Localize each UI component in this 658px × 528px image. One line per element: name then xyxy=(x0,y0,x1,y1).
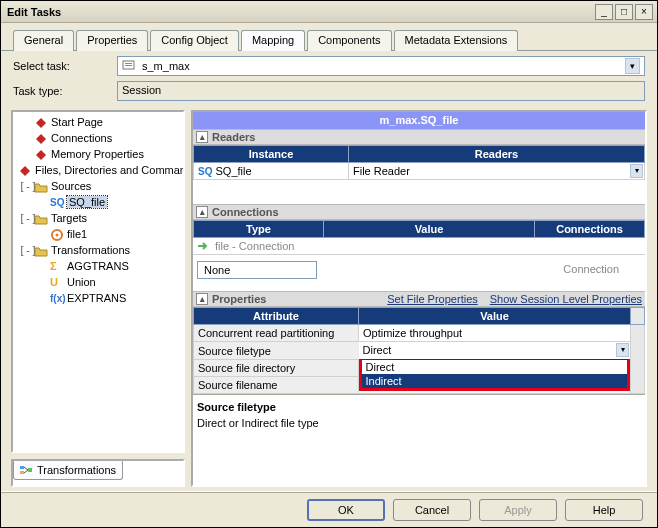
toggle-icon[interactable]: [-] xyxy=(19,245,31,256)
chevron-down-icon[interactable]: ▾ xyxy=(616,343,629,357)
union-icon: U xyxy=(50,276,64,288)
collapse-icon[interactable]: ▴ xyxy=(196,293,208,305)
tree-item[interactable]: Memory Properties xyxy=(13,146,183,162)
navigator-tree[interactable]: Start PageConnectionsMemory PropertiesFi… xyxy=(11,110,185,453)
arrow-icon xyxy=(197,240,211,252)
chevron-down-icon[interactable]: ▾ xyxy=(630,164,643,178)
tab-properties[interactable]: Properties xyxy=(76,30,148,51)
tree-item[interactable]: [-]Targets xyxy=(13,210,183,226)
tree-item-label: Union xyxy=(67,276,96,288)
select-task-combo[interactable]: s_m_max ▾ xyxy=(117,56,645,76)
maximize-button[interactable]: □ xyxy=(615,4,633,20)
svg-rect-5 xyxy=(20,466,24,469)
dropdown-option-direct[interactable]: Direct xyxy=(362,360,628,374)
diamond-icon xyxy=(34,132,48,144)
minimize-button[interactable]: _ xyxy=(595,4,613,20)
tree-item[interactable]: [-]Sources xyxy=(13,178,183,194)
tab-mapping[interactable]: Mapping xyxy=(241,30,305,51)
window-title: Edit Tasks xyxy=(5,6,595,18)
folder-icon xyxy=(34,180,48,192)
tree-item[interactable]: Files, Directories and Commands xyxy=(13,162,183,178)
detail-pane: m_max.SQ_file ▴ Readers Instance Readers… xyxy=(191,110,647,487)
description-text: Direct or Indirect file type xyxy=(197,417,641,429)
scrollbar[interactable] xyxy=(631,325,645,394)
svg-point-4 xyxy=(56,234,59,237)
cancel-button[interactable]: Cancel xyxy=(393,499,471,521)
readers-value-cell[interactable]: File Reader ▾ xyxy=(349,163,645,180)
tree-item-label: SQ_file xyxy=(67,196,107,208)
help-button[interactable]: Help xyxy=(565,499,643,521)
collapse-icon[interactable]: ▴ xyxy=(196,131,208,143)
tree-item-label: Connections xyxy=(51,132,112,144)
toggle-icon[interactable]: [-] xyxy=(19,181,31,192)
close-button[interactable]: × xyxy=(635,4,653,20)
section-properties: ▴ Properties Set File Properties Show Se… xyxy=(193,291,645,307)
section-connections: ▴ Connections xyxy=(193,204,645,220)
tree-item-label: Sources xyxy=(51,180,91,192)
tree-item[interactable]: [-]Transformations xyxy=(13,242,183,258)
set-file-properties-link[interactable]: Set File Properties xyxy=(387,293,477,305)
mini-tab-transformations[interactable]: Transformations xyxy=(13,461,123,480)
tree-item[interactable]: f(x)EXPTRANS xyxy=(13,290,183,306)
tree-item[interactable]: Connections xyxy=(13,130,183,146)
connection-row: file - Connection xyxy=(193,238,645,255)
transformations-icon xyxy=(20,464,34,476)
tab-config-object[interactable]: Config Object xyxy=(150,30,239,51)
dropdown-option-indirect[interactable]: Indirect xyxy=(362,374,628,388)
diamond-icon xyxy=(34,116,48,128)
diamond-icon xyxy=(34,148,48,160)
tree-item[interactable]: ΣAGGTRANS xyxy=(13,258,183,274)
tree-item[interactable]: file1 xyxy=(13,226,183,242)
prop-row[interactable]: Concurrent read partitioning Optimize th… xyxy=(194,325,645,342)
tree-item[interactable]: UUnion xyxy=(13,274,183,290)
tab-components[interactable]: Components xyxy=(307,30,391,51)
info-bar: Transformations xyxy=(11,459,185,487)
tab-metadata-extensions[interactable]: Metadata Extensions xyxy=(394,30,519,51)
diamond-icon xyxy=(18,164,32,176)
svg-rect-6 xyxy=(20,471,24,474)
tree-item-label: Start Page xyxy=(51,116,103,128)
tab-general[interactable]: General xyxy=(13,30,74,51)
svg-rect-2 xyxy=(125,65,132,66)
svg-rect-7 xyxy=(28,468,32,472)
tree-item-label: EXPTRANS xyxy=(67,292,126,304)
tree-item-label: Files, Directories and Commands xyxy=(35,164,185,176)
connection-placeholder: Connection xyxy=(557,261,625,279)
task-type-label: Task type: xyxy=(13,85,111,97)
fx-icon: f(x) xyxy=(50,292,64,304)
ok-button[interactable]: OK xyxy=(307,499,385,521)
description-panel: Source filetype Direct or Indirect file … xyxy=(193,394,645,438)
svg-rect-1 xyxy=(125,63,132,64)
connection-type-field[interactable]: None xyxy=(197,261,317,279)
tabstrip: General Properties Config Object Mapping… xyxy=(1,23,657,51)
readers-instance-cell[interactable]: SQ SQ_file xyxy=(194,163,349,180)
select-task-label: Select task: xyxy=(13,60,111,72)
button-bar: OK Cancel Apply Help xyxy=(1,491,657,527)
sq-icon: SQ xyxy=(50,196,64,208)
show-session-level-link[interactable]: Show Session Level Properties xyxy=(490,293,642,305)
chevron-down-icon[interactable]: ▾ xyxy=(625,58,640,74)
properties-grid: Attribute Value Concurrent read partitio… xyxy=(193,307,645,394)
sq-icon: SQ xyxy=(198,166,212,177)
toggle-icon[interactable]: [-] xyxy=(19,213,31,224)
collapse-icon[interactable]: ▴ xyxy=(196,206,208,218)
task-icon xyxy=(122,59,138,73)
connections-grid: Type Value Connections xyxy=(193,220,645,238)
prop-row-source-filetype[interactable]: Source filetype Direct ▾ Direct Indirect xyxy=(194,342,645,360)
tree-item-label: Transformations xyxy=(51,244,130,256)
tree-item-label: file1 xyxy=(67,228,87,240)
dropdown-list[interactable]: Direct Indirect xyxy=(359,359,631,391)
folder-icon xyxy=(34,212,48,224)
tree-item[interactable]: SQSQ_file xyxy=(13,194,183,210)
instance-title: m_max.SQ_file xyxy=(193,112,645,129)
readers-grid: Instance Readers SQ SQ_file File Reader … xyxy=(193,145,645,180)
apply-button[interactable]: Apply xyxy=(479,499,557,521)
sigma-icon: Σ xyxy=(50,260,64,272)
select-task-value: s_m_max xyxy=(142,60,190,72)
tree-item[interactable]: Start Page xyxy=(13,114,183,130)
task-type-field: Session xyxy=(117,81,645,101)
tree-item-label: AGGTRANS xyxy=(67,260,129,272)
source-filetype-dropdown[interactable]: Direct ▾ Direct Indirect xyxy=(359,342,631,360)
tree-item-label: Memory Properties xyxy=(51,148,144,160)
folder-icon xyxy=(34,244,48,256)
